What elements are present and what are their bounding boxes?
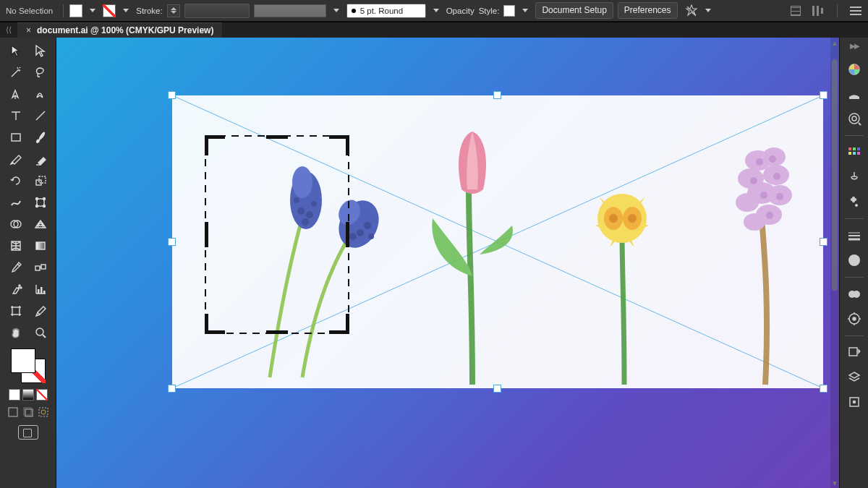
perspective-grid-tool[interactable]	[29, 214, 52, 234]
stroke-weight-dropdown[interactable]	[184, 4, 250, 18]
color-panel-icon[interactable]	[845, 61, 864, 77]
draw-behind-icon[interactable]	[22, 406, 34, 418]
panel-menu-icon[interactable]	[849, 4, 862, 17]
stroke-swatch[interactable]	[103, 4, 116, 17]
stroke-panel-icon[interactable]	[845, 228, 864, 244]
stroke-dropdown-caret[interactable]	[123, 9, 129, 12]
svg-point-48	[609, 214, 618, 223]
collapse-panels-icon[interactable]: ▶▶	[850, 42, 859, 50]
draw-inside-icon[interactable]	[38, 406, 49, 418]
screen-mode-icon[interactable]	[18, 425, 38, 440]
eyedropper-tool[interactable]	[4, 257, 27, 278]
brush-definition-dropdown[interactable]: 5 pt. Round	[346, 4, 426, 18]
artboards-panel-icon[interactable]	[845, 394, 864, 410]
handle-bottom-left[interactable]	[168, 385, 176, 393]
svg-point-18	[18, 287, 20, 288]
width-tool[interactable]	[4, 192, 27, 213]
handle-top-left[interactable]	[168, 91, 176, 99]
scroll-down-icon[interactable]: ▼	[830, 478, 839, 488]
fill-dropdown-caret[interactable]	[90, 9, 95, 12]
fill-swatch[interactable]	[69, 4, 82, 17]
align-pin-icon[interactable]	[685, 4, 698, 17]
line-segment-tool[interactable]	[29, 106, 52, 126]
vertical-scrollbar[interactable]: ▲ ▼	[830, 38, 839, 488]
brushes-panel-icon[interactable]	[845, 169, 864, 185]
svg-point-49	[628, 214, 637, 223]
swatches-panel-icon[interactable]	[845, 145, 864, 160]
shaper-tool[interactable]	[4, 149, 27, 169]
eraser-tool[interactable]	[29, 149, 52, 169]
symbol-sprayer-tool[interactable]	[4, 279, 27, 299]
cc-libraries-panel-icon[interactable]	[845, 286, 864, 302]
shape-builder-tool[interactable]	[4, 214, 27, 234]
properties-panel-icon[interactable]	[845, 111, 864, 127]
tab-document[interactable]: × document.ai @ 100% (CMYK/GPU Preview)	[17, 22, 222, 38]
zoom-tool[interactable]	[29, 322, 52, 343]
scroll-thumb[interactable]	[832, 59, 838, 291]
color-mode-gradient[interactable]	[22, 389, 34, 401]
asset-export-panel-icon[interactable]	[845, 345, 864, 361]
type-tool[interactable]	[4, 106, 27, 126]
svg-point-16	[19, 285, 20, 286]
fill-stroke-control[interactable]	[11, 348, 46, 383]
svg-rect-89	[849, 348, 857, 356]
handle-top-middle[interactable]	[493, 91, 501, 99]
paintbrush-tool[interactable]	[29, 127, 52, 147]
grid-options-icon[interactable]	[789, 4, 802, 17]
svg-rect-76	[857, 152, 860, 155]
handle-middle-left[interactable]	[168, 238, 176, 246]
close-tab-icon[interactable]: ×	[26, 25, 31, 35]
handle-bottom-middle[interactable]	[493, 385, 501, 393]
svg-rect-72	[853, 147, 856, 150]
graphic-style-swatch[interactable]	[503, 5, 515, 17]
crop-marquee[interactable]	[205, 135, 349, 334]
draw-modes	[7, 406, 49, 418]
fill-color-box[interactable]	[11, 348, 35, 373]
svg-point-9	[43, 205, 45, 207]
rotate-tool[interactable]	[4, 171, 27, 191]
appearance-panel-icon[interactable]	[845, 311, 864, 327]
slice-tool[interactable]	[29, 301, 52, 321]
document-tabs: ⟨⟨ × document.ai @ 100% (CMYK/GPU Previe…	[0, 22, 868, 38]
lasso-tool[interactable]	[29, 62, 52, 82]
document-setup-button[interactable]: Document Setup	[535, 2, 613, 19]
magic-wand-tool[interactable]	[4, 62, 27, 82]
free-transform-tool[interactable]	[29, 192, 52, 213]
direct-selection-tool[interactable]	[29, 40, 52, 61]
gradient-tool[interactable]	[29, 236, 52, 256]
color-mode-none[interactable]	[36, 389, 48, 401]
handle-bottom-right[interactable]	[820, 385, 827, 393]
curvature-tool[interactable]	[29, 84, 52, 104]
svg-rect-66	[205, 136, 349, 333]
variable-width-profile-dropdown[interactable]	[254, 4, 326, 17]
canvas[interactable]: ▲ ▼	[56, 38, 839, 488]
color-guide-panel-icon[interactable]	[845, 86, 864, 102]
selection-tool[interactable]	[4, 40, 27, 61]
symbols-panel-icon[interactable]	[845, 194, 864, 210]
color-mode-color[interactable]	[9, 389, 20, 401]
tools-panel	[0, 38, 56, 488]
stroke-weight-stepper[interactable]	[167, 4, 180, 17]
svg-rect-22	[12, 307, 20, 314]
color-mode-swatches	[9, 389, 48, 401]
gradient-panel-icon[interactable]	[845, 252, 864, 268]
workarea: ▲ ▼ ▶▶	[0, 38, 868, 488]
preferences-button[interactable]: Preferences	[618, 2, 678, 19]
pen-tool[interactable]	[4, 84, 27, 104]
mesh-tool[interactable]	[4, 236, 27, 256]
hand-tool[interactable]	[4, 322, 27, 343]
svg-rect-25	[9, 408, 17, 416]
rectangle-tool[interactable]	[4, 127, 27, 147]
handle-top-right[interactable]	[820, 91, 827, 99]
handle-middle-right[interactable]	[820, 238, 827, 246]
scale-tool[interactable]	[29, 171, 52, 191]
svg-point-69	[852, 116, 856, 121]
layers-panel-icon[interactable]	[845, 369, 864, 385]
arrange-documents-icon[interactable]	[812, 4, 825, 17]
draw-normal-icon[interactable]	[7, 406, 19, 418]
collapse-tools-icon[interactable]: ⟨⟨	[6, 25, 12, 35]
scroll-up-icon[interactable]: ▲	[830, 38, 839, 48]
artboard-tool[interactable]	[4, 301, 27, 321]
blend-tool[interactable]	[29, 257, 52, 278]
column-graph-tool[interactable]	[29, 279, 52, 299]
